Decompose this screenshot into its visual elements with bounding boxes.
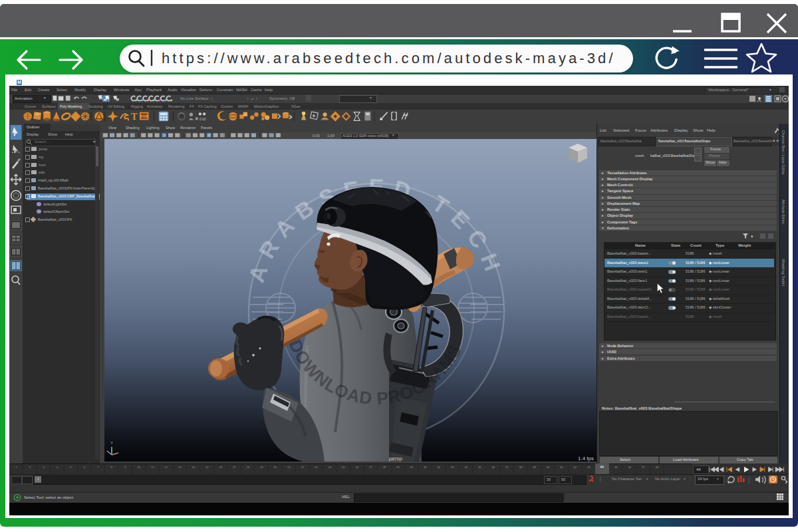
svg-text:▾: ▾ — [751, 234, 753, 239]
svg-text:persp: persp — [389, 456, 403, 462]
svg-text:39: 39 — [533, 466, 536, 469]
svg-text:43: 43 — [587, 466, 591, 469]
svg-text:28: 28 — [382, 466, 386, 469]
svg-text:32: 32 — [437, 466, 440, 469]
svg-text:9: 9 — [124, 466, 126, 469]
svg-text:26: 26 — [355, 466, 358, 469]
svg-text:34: 34 — [464, 466, 467, 469]
svg-text:2: 2 — [29, 466, 31, 469]
svg-text:3: 3 — [43, 466, 45, 469]
svg-text:27: 27 — [369, 466, 372, 469]
svg-text:18: 18 — [246, 466, 249, 469]
svg-text:1: 1 — [15, 466, 17, 469]
svg-text:14: 14 — [192, 466, 195, 469]
svg-text:T: T — [131, 110, 138, 122]
svg-text:31: 31 — [424, 466, 427, 469]
svg-text:46: 46 — [628, 466, 631, 469]
svg-text:29: 29 — [396, 466, 400, 469]
svg-text:37: 37 — [505, 466, 509, 469]
svg-text:36: 36 — [491, 466, 495, 469]
svg-text:16: 16 — [219, 466, 222, 469]
svg-text:35: 35 — [478, 466, 481, 469]
svg-text:4: 4 — [57, 466, 59, 469]
svg-text:1.4 fps: 1.4 fps — [578, 456, 594, 462]
svg-text:12: 12 — [164, 466, 168, 469]
svg-text:48: 48 — [655, 466, 658, 469]
svg-text:6: 6 — [84, 466, 86, 469]
svg-text:20: 20 — [273, 466, 277, 469]
svg-text:30: 30 — [410, 466, 413, 469]
svg-text:47: 47 — [642, 466, 645, 469]
svg-text:|: | — [748, 477, 749, 483]
svg-text:45: 45 — [614, 466, 618, 469]
svg-text:41: 41 — [560, 466, 563, 469]
svg-text:33: 33 — [451, 466, 454, 469]
svg-text:24: 24 — [328, 466, 331, 469]
svg-text:25: 25 — [342, 466, 345, 469]
svg-text:38: 38 — [519, 466, 522, 469]
svg-text:0.00: 0.00 — [200, 118, 206, 121]
svg-text:8: 8 — [111, 466, 113, 469]
svg-text:13: 13 — [178, 466, 182, 469]
svg-text:Y: Y — [110, 441, 113, 445]
svg-text:22: 22 — [301, 466, 304, 469]
svg-text:21: 21 — [287, 466, 291, 469]
svg-text:11: 11 — [151, 466, 154, 469]
svg-text:15: 15 — [205, 466, 209, 469]
svg-text:⋮: ⋮ — [597, 476, 603, 483]
svg-text:✕: ✕ — [195, 116, 199, 122]
svg-text:7: 7 — [97, 466, 99, 469]
svg-text:40: 40 — [546, 466, 549, 469]
svg-text:42: 42 — [573, 466, 577, 469]
svg-text:19: 19 — [260, 466, 263, 469]
svg-text:PXR: PXR — [140, 114, 148, 118]
svg-text:5: 5 — [70, 466, 72, 469]
svg-text:17: 17 — [233, 466, 236, 469]
svg-text:10: 10 — [137, 466, 140, 469]
svg-text:23: 23 — [315, 466, 318, 469]
svg-text:44: 44 — [600, 465, 604, 469]
